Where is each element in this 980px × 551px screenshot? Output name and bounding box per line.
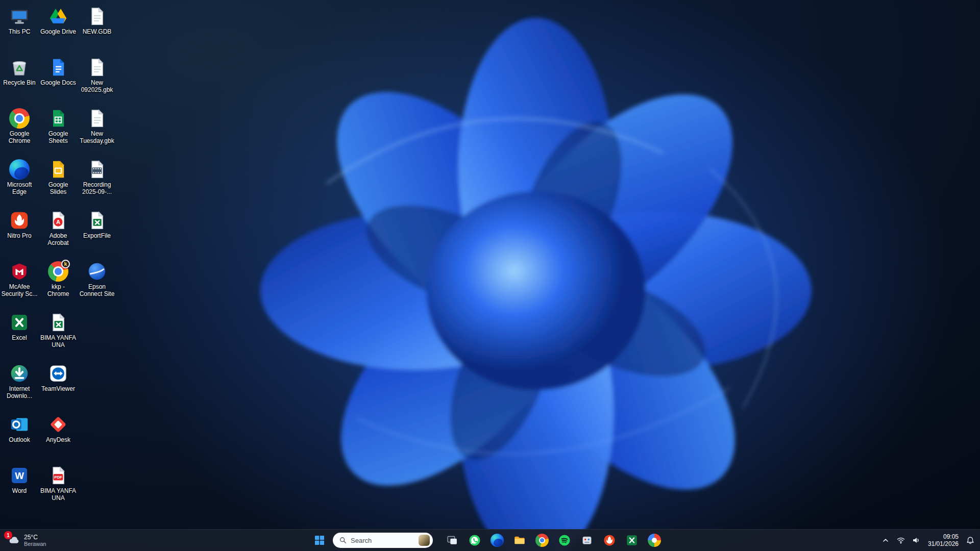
chrome-icon — [9, 108, 30, 129]
desktop-icon-word[interactable]: WWord — [1, 465, 38, 494]
desktop-icon-kkp-chrome[interactable]: kkkp - Chrome — [40, 261, 77, 297]
wifi-button[interactable] — [893, 530, 909, 550]
desktop-icons-layer: This PCRecycle BinGoogle ChromeMicrosoft… — [0, 0, 980, 551]
desktop-icon-label: This PC — [9, 28, 31, 35]
desktop-icon-bima-yanfa-una[interactable]: BIMA YANFA UNA — [40, 312, 77, 348]
desktop-icon-label: Google Docs — [40, 79, 76, 86]
desktop-icon-label: Google Chrome — [1, 130, 38, 144]
desktop-icon-microsoft-edge[interactable]: Microsoft Edge — [1, 159, 38, 195]
desktop-icon-label: TeamViewer — [41, 385, 75, 392]
desktop-icon-bima-yanfa-una[interactable]: PDFBIMA YANFA UNA — [40, 465, 77, 502]
desktop-icon-nitro-pro[interactable]: Nitro Pro — [1, 210, 38, 239]
gdocs-icon — [48, 57, 68, 78]
desktop-icon-internet-downlo[interactable]: Internet Downlo... — [1, 363, 38, 399]
desktop-icon-label: New Tuesday.gbk — [79, 130, 115, 144]
gslides-icon — [48, 159, 68, 180]
desktop-icon-label: Excel — [12, 334, 27, 341]
desktop-icon-google-sheets[interactable]: Google Sheets — [40, 108, 77, 144]
acrobat-icon: A — [48, 210, 68, 231]
taskbar-spotify-button[interactable] — [554, 530, 575, 550]
weather-temperature: 25°C — [24, 534, 46, 541]
chrome-k-icon: k — [48, 261, 68, 282]
desktop-icon-label: kkp - Chrome — [40, 283, 77, 297]
search-icon — [339, 537, 347, 544]
windows-logo-icon — [313, 534, 326, 546]
desktop-icon-label: Google Drive — [40, 28, 76, 35]
taskbar-excel-button[interactable] — [622, 530, 642, 550]
svg-text:PDF: PDF — [54, 475, 62, 480]
taskbar-photos-button[interactable] — [644, 530, 665, 550]
taskbar: 1 25°C Berawan — [0, 529, 980, 551]
desktop-icon-this-pc[interactable]: This PC — [1, 6, 38, 35]
desktop-icon-epson-connect-site[interactable]: Epson Connect Site — [79, 261, 115, 297]
desktop-icon-label: BIMA YANFA UNA — [40, 487, 77, 502]
desktop-icon-excel[interactable]: Excel — [1, 312, 38, 341]
desktop-icon-exportfile[interactable]: ExportFile — [79, 210, 115, 239]
file-explorer-icon — [513, 534, 526, 547]
mcafee-icon — [9, 261, 30, 282]
desktop-icon-new-tuesday-gbk[interactable]: New Tuesday.gbk — [79, 108, 115, 144]
volume-button[interactable] — [909, 530, 924, 550]
taskbar-file-explorer-button[interactable] — [509, 530, 530, 550]
desktop-icon-new-092025-gbk[interactable]: New 092025.gbk — [79, 57, 115, 93]
desktop-icon-label: BIMA YANFA UNA — [40, 334, 77, 348]
tray-overflow-button[interactable] — [878, 530, 893, 550]
video-file-icon — [87, 159, 107, 180]
photos-icon — [648, 534, 661, 547]
spotify-icon — [558, 534, 571, 547]
taskbar-edge-button[interactable] — [487, 530, 507, 550]
doc-file-icon — [87, 108, 107, 129]
weather-text: 25°C Berawan — [24, 534, 46, 547]
desktop-icon-recycle-bin[interactable]: Recycle Bin — [1, 57, 38, 86]
desktop-icon-teamviewer[interactable]: TeamViewer — [40, 363, 77, 392]
pdf-file-icon: PDF — [48, 465, 68, 486]
desktop-icon-label: Outlook — [9, 436, 30, 443]
speaker-icon — [912, 536, 920, 544]
desktop-icon-recording-2025-09[interactable]: Recording 2025-09-... — [79, 159, 115, 195]
excel-app-icon — [9, 312, 30, 333]
clock[interactable]: 09:05 31/01/2026 — [924, 530, 963, 550]
desktop-icon-anydesk[interactable]: AnyDesk — [40, 414, 77, 443]
chrome-icon — [535, 534, 549, 547]
doc-file-icon — [87, 6, 107, 27]
outlook-icon — [9, 414, 30, 435]
weather-widget[interactable]: 1 25°C Berawan — [3, 530, 50, 551]
taskbar-whatsapp-button[interactable] — [464, 530, 485, 550]
desktop-icon-label: Nitro Pro — [7, 232, 31, 239]
taskbar-chrome-button[interactable] — [532, 530, 552, 550]
desktop-icon-outlook[interactable]: Outlook — [1, 414, 38, 443]
start-button[interactable] — [309, 530, 330, 550]
search-daily-image[interactable] — [419, 535, 430, 546]
whatsapp-icon — [468, 534, 481, 547]
gsheets-icon — [48, 108, 68, 129]
desktop-icon-label: Google Sheets — [40, 130, 77, 144]
nitro-icon — [9, 210, 30, 231]
wifi-icon — [897, 536, 905, 544]
desktop-icon-google-slides[interactable]: Google Slides — [40, 159, 77, 195]
taskbar-device-utility-button[interactable] — [577, 530, 597, 550]
desktop-icon-google-chrome[interactable]: Google Chrome — [1, 108, 38, 144]
chevron-up-icon — [881, 536, 890, 544]
search-box[interactable]: Search — [333, 533, 433, 548]
desktop-icon-google-drive[interactable]: Google Drive — [40, 6, 77, 35]
desktop-icon-google-docs[interactable]: Google Docs — [40, 57, 77, 86]
desktop-icon-label: Google Slides — [40, 181, 77, 195]
desktop-icon-label: New 092025.gbk — [79, 79, 115, 93]
edge-icon — [9, 159, 30, 180]
desktop-icon-label: Microsoft Edge — [1, 181, 38, 195]
anydesk-icon — [48, 414, 68, 435]
task-view-icon — [446, 534, 459, 547]
taskbar-nitro-pro-button[interactable] — [599, 530, 620, 550]
desktop-icon-label: NEW.GDB — [83, 28, 112, 35]
notification-center-button[interactable] — [963, 530, 978, 550]
desktop-icon-label: ExportFile — [83, 232, 111, 239]
taskbar-task-view-button[interactable] — [442, 530, 462, 550]
desktop-icon-label: Epson Connect Site — [79, 283, 115, 297]
desktop: This PCRecycle BinGoogle ChromeMicrosoft… — [0, 0, 980, 551]
desktop-icon-adobe-acrobat[interactable]: AAdobe Acrobat — [40, 210, 77, 246]
edge-icon — [491, 534, 504, 547]
desktop-icon-mcafee-security-sc[interactable]: McAfee Security Sc... — [1, 261, 38, 297]
recycle-bin-icon — [9, 57, 30, 78]
bell-icon — [966, 536, 974, 544]
desktop-icon-new-gdb[interactable]: NEW.GDB — [79, 6, 115, 35]
